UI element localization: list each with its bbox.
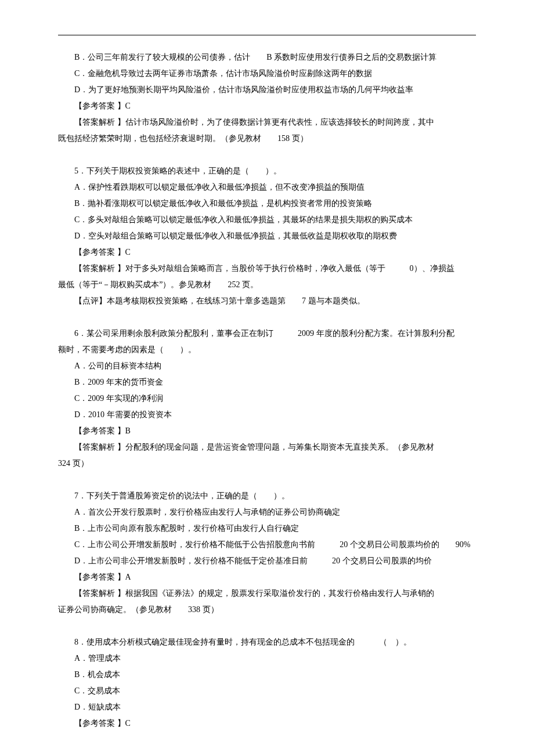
explanation-tail: 证券公司协商确定。（参见教材 338 页） xyxy=(58,602,476,618)
option-d: D．短缺成本 xyxy=(58,699,476,715)
question-stem: 8．使用成本分析模式确定最佳现金持有量时，持有现金的总成本不包括现金的 （ ）。 xyxy=(58,634,476,650)
option-c: C．金融危机导致过去两年证券市场萧条，估计市场风险溢价时应剔除这两年的数据 xyxy=(58,66,476,82)
answer-label: 【参考答案 】B xyxy=(58,423,476,439)
option-c: C．上市公司公开增发新股时，发行价格不能低于公告招股意向书前 20 个交易日公司… xyxy=(58,537,476,553)
option-b: B．公司三年前发行了较大规模的公司债券，估计 B 系数时应使用发行债券日之后的交… xyxy=(58,49,476,66)
option-b: B．机会成本 xyxy=(58,667,476,683)
question-stem: 6．某公司采用剩余股利政策分配股利，董事会正在制订 2009 年度的股利分配方案… xyxy=(58,325,476,342)
option-a: A．首次公开发行股票时，发行价格应由发行人与承销的证券公司协商确定 xyxy=(58,504,476,520)
option-d: D．上市公司非公开增发新股时，发行价格不能低于定价基准日前 20 个交易日公司股… xyxy=(58,553,476,569)
explanation-line-1-tail: 最低（等于“－期权购买成本”）。参见教材 252 页。 xyxy=(58,277,476,293)
answer-label: 【参考答案 】C xyxy=(58,715,476,732)
option-c: C．2009 年实现的净利润 xyxy=(58,390,476,407)
answer-label: 【参考答案 】C xyxy=(58,244,476,261)
question-6: 6．某公司采用剩余股利政策分配股利，董事会正在制订 2009 年度的股利分配方案… xyxy=(58,325,476,472)
answer-label: 【参考答案 】C xyxy=(58,98,476,114)
explanation-line-2: 【点评】本题考核期权投资策略，在线练习第十章多选题第 7 题与本题类似。 xyxy=(58,293,476,309)
question-block-continuation: B．公司三年前发行了较大规模的公司债券，估计 B 系数时应使用发行债券日之后的交… xyxy=(58,49,476,147)
explanation-line: 【答案解析 】分配股利的现金问题，是营运资金管理问题，与筹集长期资本无直接关系。… xyxy=(58,439,476,455)
option-a: A．保护性看跌期权可以锁定最低净收入和最低净损益，但不改变净损益的预期值 xyxy=(58,179,476,196)
option-c: C．交易成本 xyxy=(58,683,476,699)
question-7: 7．下列关于普通股筹资定价的说法中，正确的是（ ）。 A．首次公开发行股票时，发… xyxy=(58,488,476,618)
option-d: D．为了更好地预测长期平均风险溢价，估计市场风险溢价时应使用权益市场的几何平均收… xyxy=(58,82,476,98)
explanation-tail: 324 页） xyxy=(58,455,476,472)
explanation-tail: 既包括经济繁荣时期，也包括经济衰退时期。（参见教材 158 页） xyxy=(58,131,476,147)
question-stem: 5．下列关于期权投资策略的表述中，正确的是（ ）。 xyxy=(58,163,476,179)
question-8: 8．使用成本分析模式确定最佳现金持有量时，持有现金的总成本不包括现金的 （ ）。… xyxy=(58,634,476,732)
answer-label: 【参考答案 】A xyxy=(58,569,476,585)
option-b: B．抛补看涨期权可以锁定最低净收入和最低净损益，是机构投资者常用的投资策略 xyxy=(58,196,476,212)
explanation-line-1: 【答案解析 】对于多头对敲组合策略而言，当股价等于执行价格时，净收入最低（等于 … xyxy=(58,261,476,277)
question-stem: 7．下列关于普通股筹资定价的说法中，正确的是（ ）。 xyxy=(58,488,476,504)
option-a: A．管理成本 xyxy=(58,650,476,667)
document-page: B．公司三年前发行了较大规模的公司债券，估计 B 系数时应使用发行债券日之后的交… xyxy=(29,0,505,756)
option-c: C．多头对敲组合策略可以锁定最低净收入和最低净损益，其最坏的结果是损失期权的购买… xyxy=(58,212,476,228)
option-d: D．空头对敲组合策略可以锁定最低净收入和最低净损益，其最低收益是期权收取的期权费 xyxy=(58,228,476,244)
question-5: 5．下列关于期权投资策略的表述中，正确的是（ ）。 A．保护性看跌期权可以锁定最… xyxy=(58,163,476,309)
top-rule xyxy=(58,35,476,35)
explanation-line: 【答案解析 】估计市场风险溢价时，为了使得数据计算更有代表性，应该选择较长的时间… xyxy=(58,114,476,131)
option-b: B．2009 年末的货币资金 xyxy=(58,374,476,390)
option-b: B．上市公司向原有股东配股时，发行价格可由发行人自行确定 xyxy=(58,520,476,537)
option-d: D．2010 年需要的投资资本 xyxy=(58,407,476,423)
option-a: A．公司的目标资本结构 xyxy=(58,358,476,374)
question-stem-tail: 额时，不需要考虑的因素是（ ）。 xyxy=(58,342,476,358)
explanation-line: 【答案解析 】根据我国《证券法》的规定，股票发行采取溢价发行的，其发行价格由发行… xyxy=(58,585,476,602)
